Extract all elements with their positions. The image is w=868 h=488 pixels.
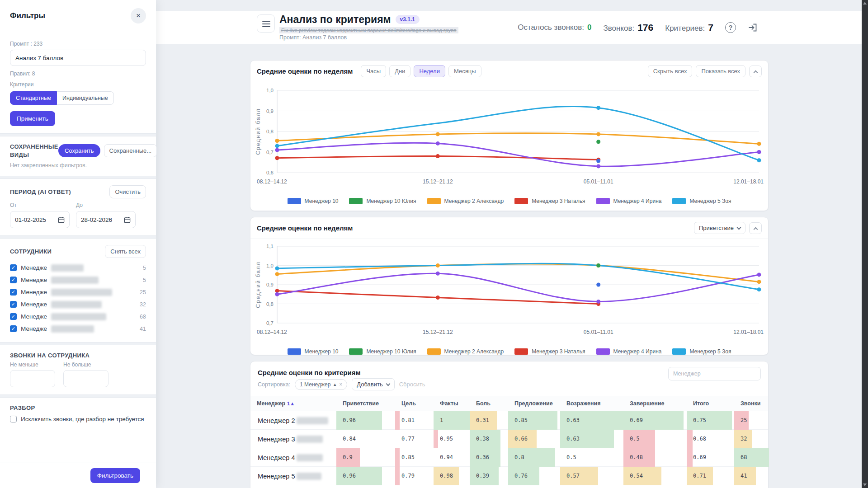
tab-Месяцы[interactable]: Месяцы bbox=[448, 65, 481, 77]
legend-item[interactable]: Менеджер 3 Наталья bbox=[514, 348, 585, 355]
employee-checkbox[interactable]: ✓ bbox=[10, 313, 17, 320]
score-cell: 32 bbox=[734, 430, 769, 448]
legend-item[interactable]: Менеджер 5 Зоя bbox=[672, 198, 731, 204]
employee-checkbox[interactable]: ✓ bbox=[10, 264, 17, 271]
chart-card-weeks: Средние оценки по неделям ЧасыДниНеделиМ… bbox=[250, 60, 769, 211]
chevron-up-icon bbox=[754, 227, 758, 231]
scroll-down-icon[interactable] bbox=[863, 483, 867, 486]
criterion-select[interactable]: Приветствие bbox=[694, 222, 745, 234]
criteria-segmented-control: Стандартные Индивидуальные bbox=[10, 91, 114, 105]
column-header-8[interactable]: Итого bbox=[687, 396, 734, 411]
tab-Дни[interactable]: Дни bbox=[389, 65, 410, 77]
employee-list: ✓Менедже5✓Менедже5✓Менедже25✓Менедже32✓М… bbox=[10, 262, 146, 335]
collapse-chart2-button[interactable] bbox=[749, 222, 762, 234]
legend-item[interactable]: Менеджер 4 Ирина bbox=[596, 348, 662, 355]
chart1-legend: Менеджер 10Менеджер 10 ЮлияМенеджер 2 Ал… bbox=[250, 197, 768, 209]
logout-icon[interactable] bbox=[748, 23, 758, 33]
date-to-input[interactable]: 28-02-2026 bbox=[76, 211, 136, 228]
prompt-line: Промпт: Анализ 7 баллов bbox=[279, 34, 347, 41]
manager-name: Менеджер 5 bbox=[250, 467, 336, 485]
table-row-2[interactable]: Менеджер 40.90.850.940.360.80.50.480.696… bbox=[250, 448, 768, 467]
legend-item[interactable]: Менеджер 5 Зоя bbox=[672, 348, 731, 355]
employee-row-1: ✓Менедже5 bbox=[10, 274, 146, 286]
column-header-5[interactable]: Предложение bbox=[508, 396, 560, 411]
score-cell: 0.36 bbox=[470, 448, 508, 467]
reset-sort-button[interactable]: Сбросить bbox=[399, 381, 425, 388]
sort-indicator: 1▲ bbox=[287, 401, 295, 406]
date-from-input[interactable]: 01-02-2025 bbox=[10, 211, 70, 228]
page-title: Анализ по критериямv3.1.1 bbox=[279, 14, 420, 26]
employee-checkbox[interactable]: ✓ bbox=[10, 301, 17, 308]
tab-Часы[interactable]: Часы bbox=[361, 65, 386, 77]
score-cell: 0.71 bbox=[687, 467, 734, 485]
score-cell: 0.69 bbox=[687, 448, 734, 467]
calendar-icon bbox=[58, 216, 65, 223]
scroll-up-icon[interactable] bbox=[863, 2, 867, 5]
menu-icon[interactable] bbox=[257, 14, 275, 33]
chevron-down-icon bbox=[737, 225, 741, 230]
column-header-1[interactable]: Приветствие bbox=[336, 396, 395, 411]
apply-button[interactable]: Применить bbox=[10, 111, 55, 126]
svg-text:05.01–11.01: 05.01–11.01 bbox=[584, 178, 613, 185]
page-scrollbar[interactable] bbox=[862, 0, 868, 488]
employee-checkbox[interactable]: ✓ bbox=[10, 277, 17, 283]
sort-chip-manager[interactable]: 1 Менеджер ▲ × bbox=[295, 379, 347, 390]
exclude-calls-checkbox[interactable] bbox=[10, 416, 17, 422]
legend-item[interactable]: Менеджер 10 bbox=[288, 348, 339, 355]
close-icon[interactable]: × bbox=[131, 8, 146, 23]
score-cell: 0.81 bbox=[395, 411, 434, 430]
legend-item[interactable]: Менеджер 2 Александр bbox=[427, 198, 504, 204]
manager-search-input[interactable] bbox=[668, 367, 761, 380]
header-stats: Осталось звонков:0Звонков:176Критериев:7… bbox=[518, 11, 758, 44]
saved-views-button[interactable]: Сохраненные... bbox=[104, 144, 157, 157]
svg-text:0,9: 0,9 bbox=[266, 282, 274, 287]
employee-checkbox[interactable]: ✓ bbox=[10, 289, 17, 296]
column-header-3[interactable]: Факты bbox=[434, 396, 470, 411]
table-row-0[interactable]: Менеджер 20.960.8110.310.850.630.690.752… bbox=[250, 411, 768, 430]
collapse-chart1-button[interactable] bbox=[749, 66, 762, 77]
redacted-name bbox=[297, 473, 321, 480]
table-row-3[interactable]: Менеджер 50.960.790.980.390.760.570.540.… bbox=[250, 467, 768, 485]
legend-item[interactable]: Менеджер 2 Александр bbox=[427, 348, 504, 355]
legend-swatch bbox=[596, 198, 610, 204]
chart-card-criterion: Средние оценки по неделям Приветствие 1,… bbox=[250, 217, 769, 355]
date-to-label: До bbox=[76, 202, 136, 208]
help-icon[interactable]: ? bbox=[725, 22, 736, 33]
max-calls-input[interactable] bbox=[63, 370, 108, 387]
filter-button[interactable]: Фильтровать bbox=[90, 468, 140, 483]
segment-standard[interactable]: Стандартные bbox=[10, 91, 57, 105]
show-all-button[interactable]: Показать всех bbox=[696, 65, 745, 77]
score-cell: 0.98 bbox=[434, 467, 470, 485]
column-header-2[interactable]: Цель bbox=[395, 396, 434, 411]
svg-text:0,6: 0,6 bbox=[266, 170, 274, 175]
add-sort-select[interactable]: Добавить bbox=[352, 378, 394, 390]
tab-Недели[interactable]: Недели bbox=[414, 65, 445, 77]
chip-remove-icon[interactable]: × bbox=[339, 381, 342, 388]
hide-all-button[interactable]: Скрыть всех bbox=[648, 65, 693, 77]
employees-title: СОТРУДНИКИ bbox=[10, 248, 52, 256]
column-header-6[interactable]: Возражения bbox=[560, 396, 623, 411]
chart2-plot: 1,11,00,90,80,708.12–14.1215.12–21.1205.… bbox=[250, 240, 768, 347]
legend-item[interactable]: Менеджер 3 Наталья bbox=[514, 198, 585, 204]
manager-name: Менеджер 3 bbox=[250, 430, 336, 448]
legend-item[interactable]: Менеджер 10 Юлия bbox=[349, 198, 416, 204]
column-header-0[interactable]: Менеджер1▲ bbox=[250, 396, 336, 411]
svg-text:1,0: 1,0 bbox=[266, 88, 274, 93]
column-header-7[interactable]: Завершение bbox=[623, 396, 687, 411]
legend-item[interactable]: Менеджер 10 Юлия bbox=[349, 348, 416, 355]
prompt-input[interactable] bbox=[10, 50, 146, 66]
employee-checkbox[interactable]: ✓ bbox=[10, 325, 17, 332]
svg-text:0,9: 0,9 bbox=[266, 108, 274, 114]
column-header-9[interactable]: Звонки bbox=[734, 396, 769, 411]
redacted-name bbox=[51, 264, 84, 272]
save-view-button[interactable]: Сохранить bbox=[58, 144, 100, 157]
uncheck-all-button[interactable]: Снять всех bbox=[105, 245, 146, 258]
segment-individual[interactable]: Индивидуальные bbox=[57, 91, 114, 105]
period-tabs: ЧасыДниНеделиМесяцы bbox=[361, 65, 481, 77]
legend-item[interactable]: Менеджер 10 bbox=[288, 198, 339, 204]
clear-period-button[interactable]: Очистить bbox=[109, 185, 146, 198]
min-calls-input[interactable] bbox=[10, 370, 55, 387]
column-header-4[interactable]: Боль bbox=[470, 396, 508, 411]
legend-item[interactable]: Менеджер 4 Ирина bbox=[596, 198, 662, 204]
table-row-1[interactable]: Менеджер 30.840.770.950.380.660.630.50.6… bbox=[250, 430, 768, 448]
